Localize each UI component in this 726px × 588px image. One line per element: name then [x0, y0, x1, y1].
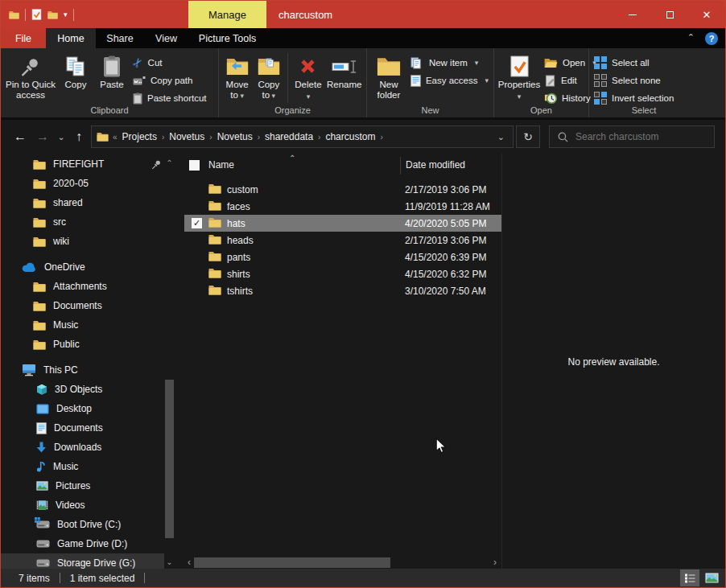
move-to-button[interactable]: Move to ▾: [221, 51, 253, 101]
sidebar-scrollbar-thumb[interactable]: [165, 380, 174, 538]
breadcrumb-projects[interactable]: Projects: [118, 131, 161, 142]
sidebar-item-attachments[interactable]: Attachments: [1, 277, 184, 296]
sidebar-item-downloads[interactable]: Downloads: [1, 438, 184, 457]
sidebar-item-firefight[interactable]: FIREFIGHT: [1, 154, 184, 174]
up-icon[interactable]: ↑: [70, 120, 88, 154]
sidebar-item-label: Storage Drive (G:): [57, 557, 135, 569]
back-icon[interactable]: ←: [10, 120, 30, 154]
sidebar-item-storage-drive-g[interactable]: Storage Drive (G:): [1, 553, 164, 569]
sidebar-item-documents[interactable]: Documents: [1, 418, 184, 438]
sidebar-item-onedrive-music[interactable]: Music: [1, 315, 184, 335]
forward-icon[interactable]: →: [33, 120, 52, 154]
sidebar-item-src[interactable]: src: [1, 212, 184, 232]
sidebar-item-3d-objects[interactable]: 3D Objects: [1, 380, 184, 399]
column-divider[interactable]: [400, 157, 401, 175]
file-row-shirts[interactable]: shirts 4/15/2020 6:32 PM: [184, 265, 501, 282]
breadcrumb-charcustom[interactable]: charcustom: [321, 131, 379, 142]
close-button[interactable]: ✕: [688, 1, 725, 28]
new-folder-button[interactable]: New folder: [369, 51, 408, 101]
paste-button[interactable]: Paste: [93, 51, 130, 90]
breadcrumb-novetus-2[interactable]: Novetus: [213, 131, 257, 142]
sidebar-item-boot-drive-c[interactable]: Boot Drive (C:): [1, 515, 184, 534]
file-date-modified: 3/10/2020 7:50 AM: [405, 286, 486, 297]
file-row-custom[interactable]: custom 2/17/2019 3:06 PM: [184, 181, 501, 198]
address-bar[interactable]: « Projects › Novetus › Novetus › sharedd…: [91, 125, 514, 148]
file-row-heads[interactable]: heads 2/17/2019 3:06 PM: [184, 232, 501, 249]
file-row-hats-selected[interactable]: ✓ hats 4/20/2020 5:05 PM: [184, 215, 501, 232]
sidebar-item-pictures[interactable]: Pictures: [1, 476, 184, 495]
dropdown-arrow-icon: ▾: [518, 93, 522, 101]
help-icon[interactable]: ?: [705, 32, 718, 45]
recent-locations-chevron-icon[interactable]: ⌄: [54, 120, 68, 154]
sidebar-scroll-down-arrow[interactable]: ⌄: [163, 556, 175, 567]
copy-to-button[interactable]: Copy to ▾: [253, 51, 284, 101]
details-view-button[interactable]: [680, 569, 699, 586]
manage-contextual-tab[interactable]: Manage: [188, 1, 266, 28]
column-header-date-modified[interactable]: Date modified: [406, 159, 465, 171]
file-row-pants[interactable]: pants 4/15/2020 6:39 PM: [184, 249, 501, 265]
select-all-button[interactable]: Select all: [592, 54, 676, 72]
breadcrumb-overflow-icon[interactable]: «: [112, 133, 118, 142]
column-header-name[interactable]: Name: [208, 159, 234, 171]
sidebar-item-2020-05[interactable]: 2020-05: [1, 174, 184, 193]
minimize-button[interactable]: [614, 1, 651, 28]
scroll-left-icon[interactable]: ‹: [184, 557, 194, 568]
folder-icon[interactable]: [47, 10, 58, 19]
sidebar-item-public[interactable]: Public: [1, 335, 184, 354]
sidebar-item-desktop[interactable]: Desktop: [1, 399, 184, 418]
sidebar-item-onedrive[interactable]: OneDrive: [1, 257, 184, 277]
minimize-ribbon-icon[interactable]: ⌃: [687, 32, 695, 43]
history-icon: [544, 92, 557, 105]
videos-icon: [36, 500, 48, 510]
paste-shortcut-button[interactable]: Paste shortcut: [130, 89, 209, 107]
easy-access-button[interactable]: Easy access ▾: [408, 72, 491, 89]
select-none-button[interactable]: Select none: [592, 72, 676, 89]
sidebar-item-onedrive-documents[interactable]: Documents: [1, 296, 184, 315]
scroll-right-icon[interactable]: ›: [490, 557, 500, 568]
tab-share[interactable]: Share: [96, 28, 144, 48]
sidebar-item-shared[interactable]: shared: [1, 193, 184, 212]
file-name: tshirts: [227, 286, 253, 297]
folder-icon[interactable]: [9, 10, 19, 19]
search-box[interactable]: [549, 125, 715, 148]
file-row-faces[interactable]: faces 11/9/2019 11:28 AM: [184, 198, 501, 215]
tab-picture-tools[interactable]: Picture Tools: [188, 28, 266, 48]
breadcrumb-chevron-icon[interactable]: ›: [379, 133, 383, 142]
window-title: charcustom: [278, 1, 332, 28]
file-row-tshirts[interactable]: tshirts 3/10/2020 7:50 AM: [184, 282, 501, 299]
properties-button[interactable]: Properties ▾: [497, 51, 542, 102]
copy-path-button[interactable]: Copy path: [130, 72, 209, 89]
select-all-checkbox[interactable]: [189, 160, 200, 171]
sidebar-scroll-up-arrow[interactable]: ⌃: [163, 157, 175, 168]
tab-file[interactable]: File: [1, 28, 46, 48]
breadcrumb-novetus[interactable]: Novetus: [165, 131, 208, 142]
row-checkbox-checked[interactable]: ✓: [192, 218, 202, 228]
file-date-modified: 2/17/2019 3:06 PM: [405, 235, 486, 246]
tab-home[interactable]: Home: [46, 28, 96, 48]
sidebar-item-wiki[interactable]: wiki: [1, 232, 184, 251]
cut-button[interactable]: ✂ Cut: [130, 54, 209, 72]
large-icons-view-button[interactable]: [702, 569, 721, 586]
refresh-button[interactable]: ↻: [516, 125, 540, 148]
copy-button[interactable]: Copy: [58, 51, 93, 90]
properties-icon[interactable]: [31, 9, 42, 20]
breadcrumb-shareddata[interactable]: shareddata: [261, 131, 317, 142]
tab-view[interactable]: View: [144, 28, 188, 48]
invert-selection-button[interactable]: Invert selection: [592, 89, 676, 107]
sidebar-item-this-pc[interactable]: This PC: [1, 360, 184, 380]
minimize-icon: [629, 14, 637, 15]
search-input[interactable]: [575, 131, 706, 142]
sidebar-item-game-drive-d[interactable]: Game Drive (D:): [1, 534, 184, 553]
horizontal-scrollbar-thumb[interactable]: [194, 557, 390, 568]
group-label-select: Select: [589, 105, 699, 115]
sidebar-item-music[interactable]: Music: [1, 457, 184, 476]
new-item-button[interactable]: New item ▾: [408, 54, 491, 72]
pin-to-quick-access-button[interactable]: Pin to Quick access: [3, 51, 58, 101]
delete-button[interactable]: Delete ▾: [291, 51, 324, 102]
address-dropdown-chevron-icon[interactable]: ⌄: [497, 132, 508, 142]
horizontal-scrollbar[interactable]: ‹ ›: [184, 556, 500, 569]
sidebar-item-videos[interactable]: Videos: [1, 495, 184, 515]
rename-button[interactable]: Rename: [324, 51, 364, 90]
customize-toolbar-chevron-icon[interactable]: ▾: [64, 10, 68, 19]
maximize-button[interactable]: [651, 1, 688, 28]
